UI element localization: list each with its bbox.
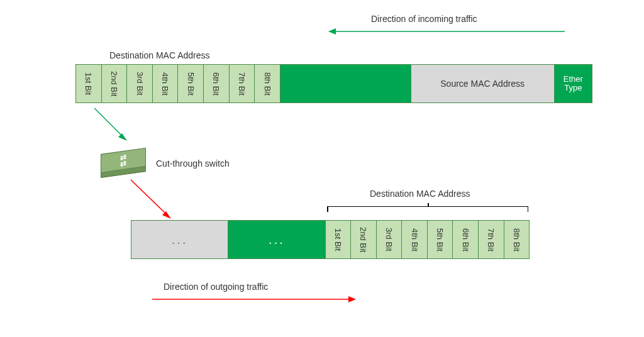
dest-mac-label-top: Destination MAC Address xyxy=(109,50,210,60)
bit-cell: 8th Bit xyxy=(504,221,530,258)
svg-line-4 xyxy=(131,180,169,216)
bit-cell: 3rd Bit xyxy=(377,221,402,258)
leading-green-field: ... xyxy=(228,221,325,258)
brace-icon xyxy=(327,206,528,213)
bit-cell: 1st Bit xyxy=(326,221,352,258)
bit-label: 7th Bit xyxy=(237,72,247,96)
bit-cell: 6th Bit xyxy=(453,221,479,258)
bit-label: 8th Bit xyxy=(263,72,272,96)
switch-label: Cut-through switch xyxy=(156,158,230,168)
bit-label: 3rd Bit xyxy=(384,228,394,251)
svg-marker-1 xyxy=(328,28,336,35)
bit-cell: 7th Bit xyxy=(479,221,504,258)
bit-cell: 2nd Bit xyxy=(351,221,377,258)
leading-gray-field: ... xyxy=(131,221,228,258)
switch-icon: ⇄⇄ xyxy=(101,151,145,175)
source-mac-label: Source MAC Address xyxy=(440,79,525,89)
bit-label: 4th Bit xyxy=(410,228,419,251)
bit-cell: 7th Bit xyxy=(230,65,255,102)
incoming-arrow-icon xyxy=(327,26,566,36)
bottom-frame: ... ... 1st Bit 2nd Bit 3rd Bit 4th Bit … xyxy=(131,220,530,259)
ether-type-label: Ether Type xyxy=(555,75,592,93)
ether-type-field: Ether Type xyxy=(555,65,592,102)
bit-cell: 5th Bit xyxy=(428,221,453,258)
dest-mac-label-bottom: Destination MAC Address xyxy=(370,189,470,199)
arrow-to-switch-icon xyxy=(88,106,138,150)
bit-cell: 3rd Bit xyxy=(127,65,153,102)
bit-cell: 8th Bit xyxy=(255,65,280,102)
bit-label: 6th Bit xyxy=(211,72,221,96)
outgoing-direction-label: Direction of outgoing traffic xyxy=(164,282,268,292)
bit-label: 1st Bit xyxy=(84,72,93,95)
bit-label: 2nd Bit xyxy=(109,71,119,96)
frame-gap-green xyxy=(280,65,411,102)
bit-label: 8th Bit xyxy=(512,228,521,251)
bit-label: 5th Bit xyxy=(435,228,445,251)
svg-marker-3 xyxy=(118,133,127,141)
bit-label: 3rd Bit xyxy=(135,72,145,96)
bit-label: 2nd Bit xyxy=(358,227,368,252)
bit-label: 7th Bit xyxy=(486,228,496,251)
outgoing-arrow-icon xyxy=(151,294,358,304)
svg-line-2 xyxy=(94,108,125,138)
source-mac-field: Source MAC Address xyxy=(411,65,555,102)
bit-cell: 4th Bit xyxy=(402,221,428,258)
ellipsis-gray: ... xyxy=(172,233,188,247)
bit-label: 1st Bit xyxy=(333,228,343,251)
svg-marker-7 xyxy=(348,296,356,302)
bit-label: 4th Bit xyxy=(160,72,170,96)
bit-cell: 4th Bit xyxy=(153,65,179,102)
svg-marker-5 xyxy=(162,211,171,219)
bit-cell: 2nd Bit xyxy=(102,65,128,102)
bit-cell: 6th Bit xyxy=(204,65,230,102)
bit-cell: 5th Bit xyxy=(178,65,204,102)
bit-label: 5th Bit xyxy=(186,72,196,96)
ellipsis-green: ... xyxy=(269,233,285,247)
bit-cell: 1st Bit xyxy=(76,65,102,102)
bit-label: 6th Bit xyxy=(461,228,470,251)
incoming-direction-label: Direction of incoming traffic xyxy=(371,14,477,24)
top-frame: 1st Bit 2nd Bit 3rd Bit 4th Bit 5th Bit … xyxy=(75,64,592,103)
